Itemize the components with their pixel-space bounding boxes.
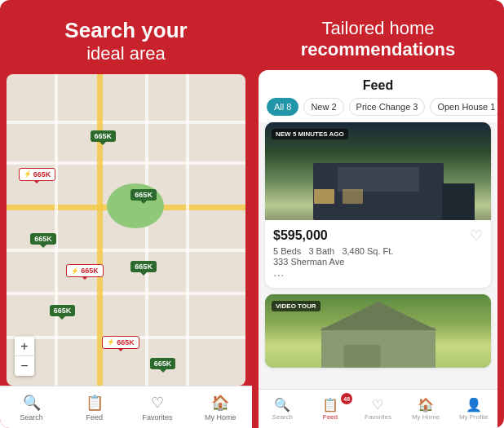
phone-nav-profile[interactable]: 👤 My Profile [449,390,497,428]
recommendations-text: recommendations [268,39,488,60]
new-badge: NEW 5 MINUTES AGO [272,129,348,139]
filter-tabs: All 8 New 2 Price Change 3 Open House 1 [259,98,497,122]
price-marker-8[interactable]: ⚡665K [102,336,139,349]
ideal-area-text: ideal area [16,43,236,64]
phone-nav-feed[interactable]: 📋 Feed 48 [307,390,355,428]
zoom-in-button[interactable]: + [15,337,34,356]
listing-image-2: VIDEO TOUR [265,294,491,368]
phone-nav: 🔍 Search 📋 Feed 48 ♡ Favorites 🏠 My Home… [259,389,497,428]
nav-my-home[interactable]: 🏠 My Home [189,386,252,428]
filter-new[interactable]: New 2 [303,98,343,116]
phone-favorites-icon: ♡ [372,397,383,413]
price-marker-4[interactable]: 665K [30,233,56,245]
phone-nav-home[interactable]: 🏠 My Home [402,390,450,428]
listing-image-1: NEW 5 MINUTES AGO [265,122,491,220]
filter-all[interactable]: All 8 [267,98,298,116]
phone-search-icon: 🔍 [274,397,290,413]
nav-home-label: My Home [205,413,237,421]
tailored-text: Tailored home [268,18,488,39]
price-marker-3[interactable]: 665K [130,189,157,201]
phone-nav-feed-label: Feed [323,413,338,421]
right-panel: Tailored home recommendations Feed All 8… [252,0,504,428]
price-marker-6[interactable]: 665K [130,261,157,272]
listing-more-1[interactable]: ··· [273,268,483,283]
phone-nav-favorites-label: Favorites [365,413,391,421]
heart-icon-1[interactable]: ♡ [470,227,483,245]
listing-info-1: $595,000 ♡ 5 Beds 3 Bath 3,480 Sq. Ft. 3… [265,220,491,288]
search-icon: 🔍 [23,394,41,412]
nav-search-label: Search [20,413,43,421]
nav-feed-label: Feed [86,413,104,421]
phone-nav-favorites[interactable]: ♡ Favorites [354,390,402,428]
zoom-controls: + − [15,337,34,376]
phone-profile-icon: 👤 [466,397,482,413]
left-header: Search your ideal area [0,0,252,74]
nav-favorites-label: Favorites [143,413,173,421]
search-your-text: Search your [16,18,236,43]
video-badge: VIDEO TOUR [272,301,321,311]
left-panel: Search your ideal area 665K ⚡665K 665K 6… [0,0,252,428]
map-container[interactable]: 665K ⚡665K 665K 665K ⚡665K 665K 665K ⚡66… [7,74,245,386]
feed-icon: 📋 [86,394,104,412]
feed-title: Feed [259,70,497,98]
listing-details-1: 5 Beds 3 Bath 3,480 Sq. Ft. [273,246,483,256]
filter-open-house[interactable]: Open House 1 [430,98,497,116]
price-marker-5[interactable]: ⚡665K [66,264,104,277]
phone-home-icon: 🏠 [418,397,434,413]
listing-card-2[interactable]: VIDEO TOUR [265,294,491,368]
favorites-icon: ♡ [151,394,164,412]
nav-search[interactable]: 🔍 Search [0,386,63,428]
right-header: Tailored home recommendations [252,0,504,70]
listing-price-1: $595,000 [273,228,328,243]
nav-feed[interactable]: 📋 Feed [63,386,126,428]
price-marker-7[interactable]: 665K [50,305,76,316]
phone-feed-icon: 📋 [322,397,338,413]
zoom-out-button[interactable]: − [15,356,34,376]
listing-card-1[interactable]: NEW 5 MINUTES AGO $595,000 ♡ 5 Beds 3 Ba… [265,122,491,288]
listing-address-1: 333 Sherman Ave [273,257,483,267]
phone-screen: Feed All 8 New 2 Price Change 3 Open Hou… [259,70,497,428]
phone-nav-search[interactable]: 🔍 Search [259,390,307,428]
feed-badge: 48 [341,393,352,404]
price-marker-2[interactable]: ⚡665K [19,168,56,181]
filter-price-change[interactable]: Price Change 3 [349,98,426,116]
home-icon: 🏠 [211,394,229,412]
left-bottom-nav: 🔍 Search 📋 Feed ♡ Favorites 🏠 My Home [0,386,252,428]
price-marker-9[interactable]: 665K [150,358,176,369]
phone-nav-home-label: My Home [412,413,440,421]
nav-favorites[interactable]: ♡ Favorites [126,386,189,428]
phone-nav-profile-label: My Profile [459,413,489,421]
phone-nav-search-label: Search [272,413,293,421]
price-marker-1[interactable]: 665K [91,130,117,142]
